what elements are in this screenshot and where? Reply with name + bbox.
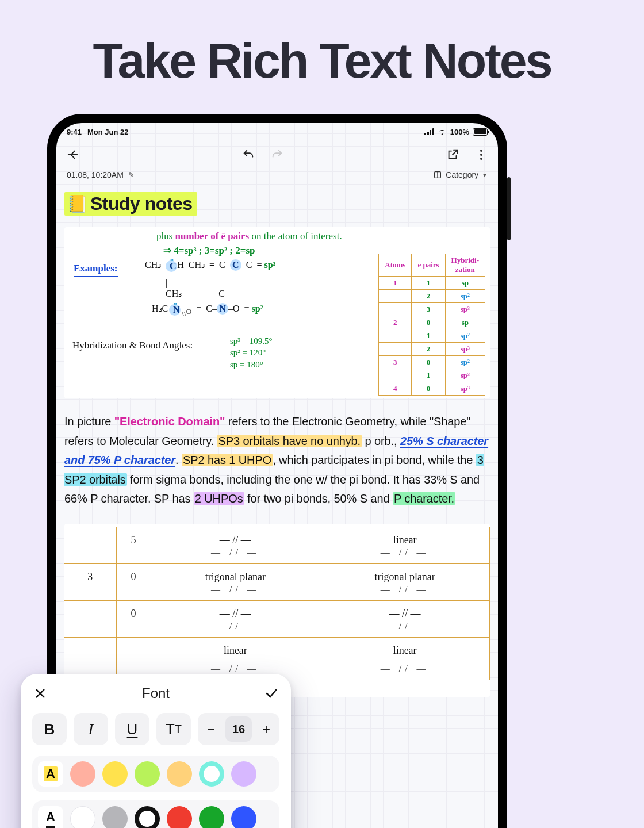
folder-icon: 📒 (67, 195, 88, 213)
text-color-mode-chip[interactable]: A (38, 806, 63, 828)
highlight-swatch[interactable] (70, 761, 95, 787)
decrease-size-button[interactable]: − (198, 713, 224, 745)
text-color-swatch[interactable] (167, 806, 192, 828)
highlight-swatch[interactable] (102, 761, 128, 787)
hero-title: Take Rich Text Notes (0, 32, 644, 89)
wifi-icon (438, 128, 447, 135)
text-size-button[interactable]: TT (156, 713, 191, 745)
battery-percent: 100% (450, 128, 469, 136)
more-icon[interactable] (475, 148, 488, 161)
category-label: Category (446, 170, 478, 179)
battery-icon (473, 128, 488, 136)
note-content[interactable]: 📒 Study notes plus number of ē pairs on … (56, 184, 498, 697)
edit-icon[interactable]: ✎ (128, 171, 134, 179)
note-title-text: Study notes (90, 193, 193, 214)
confirm-icon[interactable] (263, 685, 279, 702)
highlight-swatch[interactable] (231, 761, 256, 787)
underline-button[interactable]: U (115, 713, 150, 745)
hybridization-table: Atomsē pairsHybridi- zation 11sp2sp²3sp³… (378, 254, 485, 396)
highlight-color-row: A (32, 756, 279, 792)
highlight-swatch[interactable] (135, 761, 160, 787)
font-size-value: 16 (225, 716, 252, 742)
style-row: B I U TT − 16 + (32, 713, 279, 745)
text-color-swatch[interactable] (70, 806, 95, 828)
meta-row: 01.08, 10:20AM ✎ Category ▼ (56, 169, 498, 184)
text-color-swatch[interactable] (199, 806, 224, 828)
highlight-mode-chip[interactable]: A (38, 761, 63, 787)
category-icon (433, 170, 442, 179)
redo-icon (271, 148, 283, 161)
font-panel: Font B I U TT − 16 + A A (21, 674, 291, 828)
geometry-table: 5— // —— // —linear— // —30trigonal plan… (64, 524, 490, 697)
increase-size-button[interactable]: + (253, 713, 279, 745)
status-bar: 9:41 Mon Jun 22 100% (56, 123, 498, 140)
text-color-swatch[interactable] (102, 806, 128, 828)
font-panel-title: Font (142, 685, 170, 702)
text-color-swatch[interactable] (231, 806, 256, 828)
note-body-text[interactable]: In picture "Electronic Domain" refers to… (64, 412, 490, 509)
highlight-swatch[interactable] (199, 761, 224, 787)
cellular-icon (424, 128, 434, 135)
chevron-down-icon: ▼ (482, 172, 488, 178)
back-icon[interactable] (67, 148, 79, 161)
status-date: Mon Jun 22 (87, 128, 129, 136)
text-color-row: A (32, 800, 279, 828)
text-color-swatch[interactable] (135, 806, 160, 828)
close-icon[interactable] (32, 685, 48, 702)
bold-button[interactable]: B (32, 713, 67, 745)
app-toolbar (56, 140, 498, 169)
category-selector[interactable]: Category ▼ (433, 170, 488, 179)
share-icon[interactable] (446, 148, 459, 161)
status-time: 9:41 (67, 128, 82, 136)
highlight-swatch[interactable] (167, 761, 192, 787)
note-timestamp: 01.08, 10:20AM (67, 170, 124, 179)
tablet-side-button (507, 177, 511, 240)
italic-button[interactable]: I (74, 713, 108, 745)
handwriting-image: plus number of ē pairs on the atom of in… (64, 227, 490, 398)
note-title: 📒 Study notes (64, 192, 197, 216)
font-size-stepper: − 16 + (198, 713, 279, 745)
undo-icon[interactable] (242, 148, 255, 161)
